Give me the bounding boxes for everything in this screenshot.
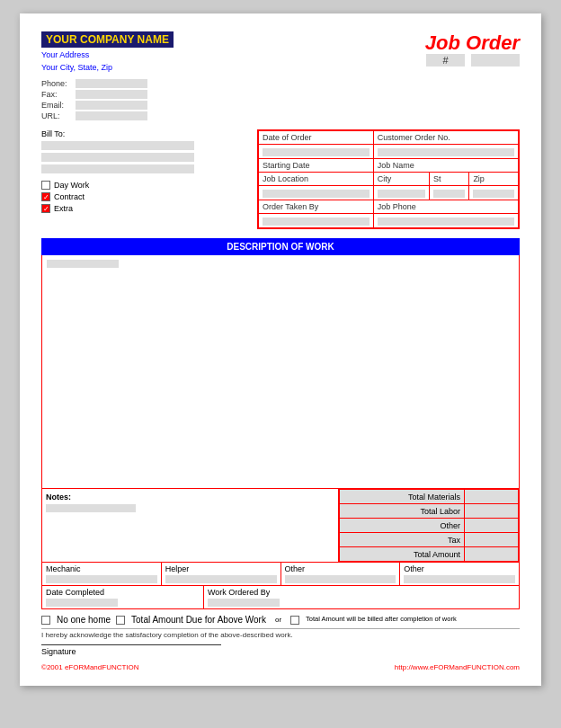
- no-one-home-label: No one home: [57, 615, 111, 625]
- order-details-table: Date of Order Customer Order No. Startin…: [257, 129, 520, 229]
- phone-label: Phone:: [41, 79, 76, 88]
- bottom-section: Notes: Total Materials Total Labor Other: [41, 489, 520, 563]
- workers-row: Mechanic Helper Other Other: [41, 563, 520, 586]
- customer-order-label: Customer Order No.: [373, 131, 518, 145]
- tax-row: Tax: [340, 533, 519, 547]
- date-completed-value: [46, 599, 118, 607]
- tax-value[interactable]: [465, 533, 519, 547]
- fax-value: [76, 90, 147, 99]
- total-labor-value[interactable]: [465, 504, 519, 519]
- no-one-home-group: No one home: [41, 615, 111, 625]
- address-line2: Your City, State, Zip: [41, 62, 174, 75]
- date-of-order-value[interactable]: [259, 145, 374, 159]
- billed-after-group: Total Amount will be billed after comple…: [290, 615, 457, 625]
- bill-to-line2: [41, 153, 194, 162]
- ack-text-line: I hereby acknowledge the satisfactory co…: [41, 628, 520, 639]
- work-ordered-by-cell: Work Ordered By: [204, 586, 519, 608]
- extra-checkbox[interactable]: ✓: [41, 204, 50, 213]
- title-block: Job Order #: [423, 31, 520, 66]
- ack-text: I hereby acknowledge the satisfactory co…: [41, 631, 293, 639]
- helper-label: Helper: [165, 564, 190, 573]
- totals-table: Total Materials Total Labor Other Tax To…: [339, 489, 519, 562]
- billed-after-label: Total Amount will be billed after comple…: [306, 615, 457, 625]
- city-label: City: [373, 173, 429, 186]
- other2-cell: Other: [400, 563, 519, 585]
- total-amount-due-checkbox[interactable]: [116, 616, 125, 625]
- other-value[interactable]: [465, 519, 519, 533]
- fax-label: Fax:: [41, 90, 76, 99]
- row-order-taken-values: [259, 214, 519, 228]
- row-job-location-labels: Job Location City St Zip: [259, 173, 519, 186]
- row-starting-date: Starting Date Job Name: [259, 159, 519, 173]
- city-value[interactable]: [373, 186, 429, 200]
- date-of-order-label: Date of Order: [259, 131, 374, 145]
- mechanic-label: Mechanic: [46, 564, 81, 573]
- total-materials-label: Total Materials: [340, 490, 465, 504]
- contract-checkbox[interactable]: ✓: [41, 192, 50, 201]
- bill-to-line3: [41, 164, 194, 173]
- date-completed-row: Date Completed Work Ordered By: [41, 586, 520, 609]
- row-order-date: Date of Order Customer Order No.: [259, 131, 519, 145]
- total-materials-value[interactable]: [465, 490, 519, 504]
- totals-section: Total Materials Total Labor Other Tax To…: [339, 489, 519, 562]
- email-label: Email:: [41, 101, 76, 110]
- job-location-value[interactable]: [259, 186, 374, 200]
- customer-order-value[interactable]: [373, 145, 518, 159]
- phone-row: Phone:: [41, 79, 520, 88]
- day-work-checkbox[interactable]: [41, 181, 50, 190]
- helper-cell: Helper: [162, 563, 281, 585]
- or-text: or: [275, 616, 281, 624]
- row-order-values: [259, 145, 519, 159]
- other1-label: Other: [285, 564, 306, 573]
- job-phone-label: Job Phone: [373, 200, 518, 214]
- signature-line: Signature: [41, 644, 221, 656]
- mechanic-value: [46, 575, 157, 583]
- job-location-label: Job Location: [259, 173, 374, 186]
- signature-section: Signature: [41, 644, 520, 656]
- helper-value: [165, 575, 277, 583]
- total-amount-value[interactable]: [465, 547, 519, 562]
- notes-value: [46, 504, 136, 512]
- other2-value: [404, 575, 515, 583]
- company-address: Your Address Your City, State, Zip: [41, 49, 174, 74]
- zip-label: Zip: [469, 173, 519, 186]
- description-body[interactable]: [41, 255, 520, 489]
- st-value[interactable]: [429, 186, 468, 200]
- total-amount-due-label: Total Amount Due for Above Work: [131, 615, 266, 625]
- description-text: [47, 260, 119, 268]
- header: YOUR COMPANY NAME Your Address Your City…: [41, 31, 520, 74]
- date-completed-cell: Date Completed: [42, 586, 204, 608]
- bill-to-line1: [41, 141, 194, 150]
- left-side: Bill To: Day Work ✓ Contract ✓ Extra: [41, 129, 248, 229]
- st-label: St: [429, 173, 468, 186]
- phone-value: [76, 79, 147, 88]
- job-phone-value[interactable]: [373, 214, 518, 228]
- url-row: URL:: [41, 111, 520, 120]
- total-amount-label: Total Amount: [340, 547, 465, 562]
- middle-section: Bill To: Day Work ✓ Contract ✓ Extra: [41, 129, 520, 229]
- zip-value[interactable]: [469, 186, 519, 200]
- total-labor-row: Total Labor: [340, 504, 519, 519]
- copyright: ©2001 eFORMandFUNCTION: [41, 663, 139, 671]
- company-block: YOUR COMPANY NAME Your Address Your City…: [41, 31, 174, 74]
- order-taken-by-value[interactable]: [259, 214, 374, 228]
- contract-label: Contract: [54, 192, 85, 201]
- notes-label: Notes:: [46, 493, 334, 502]
- order-number: #: [423, 55, 520, 66]
- extra-label: Extra: [54, 204, 73, 213]
- checkboxes: Day Work ✓ Contract ✓ Extra: [41, 181, 248, 213]
- address-line1: Your Address: [41, 49, 174, 62]
- fax-row: Fax:: [41, 90, 520, 99]
- job-order-title: Job Order: [423, 31, 520, 55]
- contract-row: ✓ Contract: [41, 192, 248, 201]
- row-job-location-values: [259, 186, 519, 200]
- billed-after-checkbox[interactable]: [290, 616, 299, 625]
- no-one-home-checkbox[interactable]: [41, 616, 50, 625]
- email-row: Email:: [41, 101, 520, 110]
- day-work-row: Day Work: [41, 181, 248, 190]
- row-order-taken-labels: Order Taken By Job Phone: [259, 200, 519, 214]
- ack-row: No one home Total Amount Due for Above W…: [41, 615, 520, 625]
- work-ordered-by-label: Work Ordered By: [208, 588, 270, 597]
- other1-cell: Other: [281, 563, 401, 585]
- notes-section: Notes:: [42, 489, 339, 562]
